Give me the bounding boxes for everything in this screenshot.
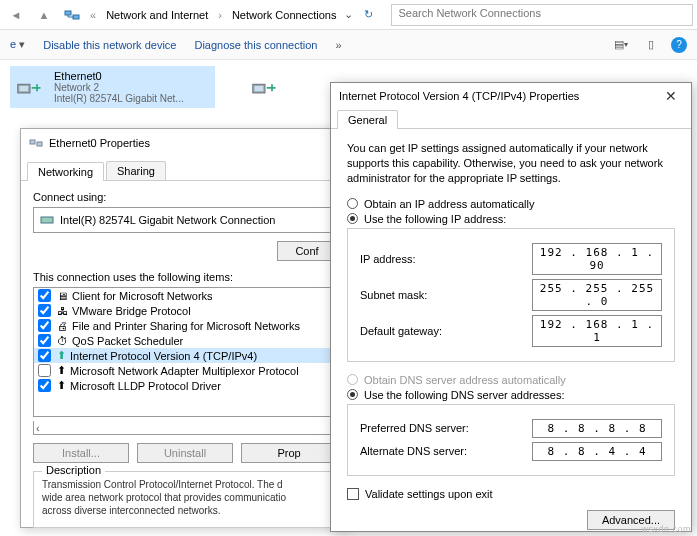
breadcrumb-network-internet[interactable]: Network and Internet bbox=[102, 7, 212, 23]
scroll-left-icon[interactable]: ‹ bbox=[36, 422, 40, 434]
adapter-icon bbox=[40, 212, 54, 228]
svg-rect-6 bbox=[30, 140, 35, 144]
up-button[interactable]: ▲ bbox=[32, 4, 56, 26]
network-adapter-icon bbox=[249, 70, 281, 102]
command-bar: e ▾ Disable this network device Diagnose… bbox=[0, 30, 697, 60]
share-icon: 🖨 bbox=[57, 320, 68, 332]
pref-dns-input[interactable]: 8 . 8 . 8 . 8 bbox=[532, 419, 662, 438]
radio-ip-manual[interactable]: Use the following IP address: bbox=[347, 213, 675, 225]
svg-rect-5 bbox=[255, 86, 264, 91]
watermark: wsxdn.com bbox=[641, 524, 691, 534]
dialog-title: Ethernet0 Properties bbox=[21, 129, 349, 157]
connection-name: Ethernet0 bbox=[54, 70, 184, 82]
view-options-button[interactable]: ▤▾ bbox=[611, 35, 631, 55]
search-input[interactable]: Search Network Connections bbox=[391, 4, 693, 26]
list-item: ⏱QoS Packet Scheduler bbox=[34, 333, 336, 348]
list-item: 🖥Client for Microsoft Networks bbox=[34, 288, 336, 303]
svg-rect-7 bbox=[37, 142, 42, 146]
tab-general[interactable]: General bbox=[337, 110, 398, 129]
validate-label: Validate settings upon exit bbox=[365, 488, 493, 500]
dialog-tabs: Networking Sharing bbox=[21, 157, 349, 181]
bridge-icon: 🖧 bbox=[57, 305, 68, 317]
lldp-icon: ⬆ bbox=[57, 379, 66, 392]
organize-menu[interactable]: e ▾ bbox=[10, 38, 25, 51]
ethernet-properties-dialog: Ethernet0 Properties Networking Sharing … bbox=[20, 128, 350, 528]
diagnose-button[interactable]: Diagnose this connection bbox=[194, 39, 317, 51]
network-adapter-icon bbox=[14, 70, 46, 102]
alt-dns-input[interactable]: 8 . 8 . 4 . 4 bbox=[532, 442, 662, 461]
multiplexor-icon: ⬆ bbox=[57, 364, 66, 377]
configure-button[interactable]: Conf bbox=[277, 241, 337, 261]
network-icon bbox=[29, 135, 43, 151]
item-checkbox[interactable] bbox=[38, 319, 51, 332]
item-checkbox[interactable] bbox=[38, 349, 51, 362]
qos-icon: ⏱ bbox=[57, 335, 68, 347]
description-group: Description Transmission Control Protoco… bbox=[33, 471, 337, 528]
connection-ethernet0[interactable]: Ethernet0 Network 2 Intel(R) 82574L Giga… bbox=[10, 66, 215, 108]
item-checkbox[interactable] bbox=[38, 364, 51, 377]
install-button[interactable]: Install... bbox=[33, 443, 129, 463]
refresh-button[interactable]: ↻ bbox=[357, 8, 379, 21]
subnet-input[interactable]: 255 . 255 . 255 . 0 bbox=[532, 279, 662, 311]
adapter-name: Intel(R) 82574L Gigabit Network Connecti… bbox=[60, 214, 275, 226]
gateway-label: Default gateway: bbox=[360, 325, 532, 337]
alt-dns-label: Alternate DNS server: bbox=[360, 445, 532, 457]
item-checkbox[interactable] bbox=[38, 289, 51, 302]
breadcrumb-network-connections[interactable]: Network Connections bbox=[228, 7, 341, 23]
list-item: ⬆Microsoft Network Adapter Multiplexor P… bbox=[34, 363, 336, 378]
pref-dns-label: Preferred DNS server: bbox=[360, 422, 532, 434]
svg-rect-3 bbox=[20, 86, 29, 91]
ipv4-properties-dialog: Internet Protocol Version 4 (TCP/IPv4) P… bbox=[330, 82, 692, 532]
address-bar: ◄ ▲ « Network and Internet › Network Con… bbox=[0, 0, 697, 30]
preview-pane-button[interactable]: ▯ bbox=[641, 35, 661, 55]
protocol-list[interactable]: 🖥Client for Microsoft Networks 🖧VMware B… bbox=[33, 287, 337, 417]
item-checkbox[interactable] bbox=[38, 334, 51, 347]
tab-networking[interactable]: Networking bbox=[27, 162, 104, 181]
radio-dns-auto: Obtain DNS server address automatically bbox=[347, 374, 675, 386]
dns-fieldset: Preferred DNS server:8 . 8 . 8 . 8 Alter… bbox=[347, 404, 675, 476]
client-icon: 🖥 bbox=[57, 290, 68, 302]
list-item: ⬆Microsoft LLDP Protocol Driver bbox=[34, 378, 336, 393]
list-item-ipv4: ⬆Internet Protocol Version 4 (TCP/IPv4) bbox=[34, 348, 336, 363]
uninstall-button[interactable]: Uninstall bbox=[137, 443, 233, 463]
item-checkbox[interactable] bbox=[38, 379, 51, 392]
disable-device-button[interactable]: Disable this network device bbox=[43, 39, 176, 51]
breadcrumb-dropdown-icon[interactable]: ⌄ bbox=[344, 8, 353, 21]
back-button[interactable]: ◄ bbox=[4, 4, 28, 26]
description-text: Transmission Control Protocol/Internet P… bbox=[42, 478, 328, 517]
dialog-titlebar: Internet Protocol Version 4 (TCP/IPv4) P… bbox=[331, 83, 691, 109]
svg-rect-0 bbox=[65, 11, 71, 15]
more-chevron-icon[interactable]: » bbox=[335, 39, 341, 51]
ip-address-input[interactable]: 192 . 168 . 1 . 90 bbox=[532, 243, 662, 275]
chevron-down-icon: ▾ bbox=[19, 38, 25, 50]
properties-button[interactable]: Prop bbox=[241, 443, 337, 463]
list-item: 🖧VMware Bridge Protocol bbox=[34, 303, 336, 318]
network-folder-icon bbox=[60, 4, 84, 26]
help-button[interactable]: ? bbox=[671, 37, 687, 53]
items-label: This connection uses the following items… bbox=[33, 271, 337, 283]
svg-rect-8 bbox=[41, 217, 53, 223]
close-button[interactable]: ✕ bbox=[659, 88, 683, 104]
validate-checkbox-row[interactable]: Validate settings upon exit bbox=[347, 488, 675, 500]
gateway-input[interactable]: 192 . 168 . 1 . 1 bbox=[532, 315, 662, 347]
chevron-right-icon: › bbox=[216, 9, 224, 21]
radio-dns-manual[interactable]: Use the following DNS server addresses: bbox=[347, 389, 675, 401]
subnet-label: Subnet mask: bbox=[360, 289, 532, 301]
dialog-title-text: Internet Protocol Version 4 (TCP/IPv4) P… bbox=[339, 90, 579, 102]
connection-network: Network 2 bbox=[54, 82, 184, 93]
protocol-icon: ⬆ bbox=[57, 349, 66, 362]
adapter-field[interactable]: Intel(R) 82574L Gigabit Network Connecti… bbox=[33, 207, 337, 233]
dialog-title-text: Ethernet0 Properties bbox=[49, 137, 150, 149]
validate-checkbox[interactable] bbox=[347, 488, 359, 500]
ip-fieldset: IP address:192 . 168 . 1 . 90 Subnet mas… bbox=[347, 228, 675, 362]
radio-ip-auto[interactable]: Obtain an IP address automatically bbox=[347, 198, 675, 210]
horizontal-scrollbar[interactable]: ‹ bbox=[33, 421, 337, 435]
list-item: 🖨File and Printer Sharing for Microsoft … bbox=[34, 318, 336, 333]
item-checkbox[interactable] bbox=[38, 304, 51, 317]
connection-adapter: Intel(R) 82574L Gigabit Net... bbox=[54, 93, 184, 104]
tab-sharing[interactable]: Sharing bbox=[106, 161, 166, 180]
description-label: Description bbox=[42, 464, 105, 476]
connect-using-label: Connect using: bbox=[33, 191, 337, 203]
breadcrumb-separator: « bbox=[88, 9, 98, 21]
intro-text: You can get IP settings assigned automat… bbox=[347, 141, 675, 186]
